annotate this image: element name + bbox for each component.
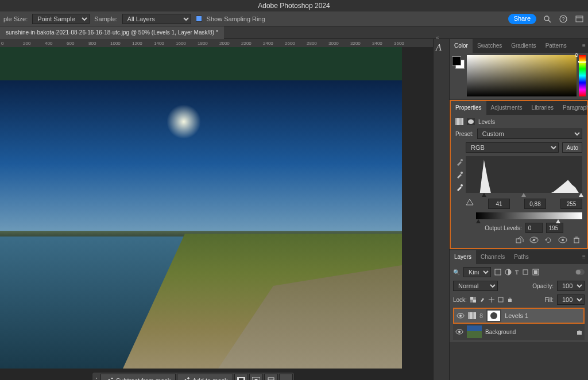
subtract-label: Subtract from mask xyxy=(116,377,171,380)
link-icon[interactable]: 8 xyxy=(479,312,483,319)
output-gradient-slider[interactable] xyxy=(476,212,582,219)
input-black-field[interactable] xyxy=(488,199,510,209)
auto-button[interactable]: Auto xyxy=(562,142,582,153)
svg-rect-38 xyxy=(508,299,512,302)
preset-select[interactable]: Custom xyxy=(477,129,582,139)
fill-select[interactable]: 100% xyxy=(557,294,585,305)
svg-point-33 xyxy=(576,270,581,274)
ruler-tick: 3000 xyxy=(328,41,339,46)
toggle-visibility-icon[interactable] xyxy=(558,236,567,243)
svg-point-0 xyxy=(544,16,549,21)
tab-libraries[interactable]: Libraries xyxy=(527,101,558,115)
foreground-background-swatch[interactable] xyxy=(452,56,465,69)
svg-rect-4 xyxy=(576,16,583,22)
sample-size-select[interactable]: Point Sample xyxy=(32,14,90,24)
layer-mask-thumbnail[interactable] xyxy=(486,309,501,322)
share-button[interactable]: Share xyxy=(508,14,536,24)
lock-position-icon[interactable] xyxy=(489,297,494,303)
lock-transparency-icon[interactable] xyxy=(470,297,476,303)
window-arrange-icon[interactable] xyxy=(574,14,585,24)
black-point-eyedropper-icon[interactable] xyxy=(455,158,463,166)
tab-properties[interactable]: Properties xyxy=(451,101,486,115)
add-to-mask-button[interactable]: Add to mask xyxy=(177,374,233,380)
layer-row-background[interactable]: Background xyxy=(453,324,585,340)
drag-handle-icon[interactable] xyxy=(94,378,99,380)
ruler-tick: 1800 xyxy=(198,41,208,46)
visibility-eye-icon[interactable] xyxy=(457,313,465,319)
right-panels: Color Swatches Gradients Patterns ≡ Prop… xyxy=(449,39,588,380)
lock-icon[interactable] xyxy=(577,328,582,335)
lock-artboard-icon[interactable] xyxy=(498,297,504,303)
input-white-field[interactable] xyxy=(560,199,582,209)
subtract-from-mask-button[interactable]: Subtract from mask xyxy=(100,374,176,380)
clip-warning-icon[interactable] xyxy=(466,199,474,209)
document-tab[interactable]: sunshine-in-bakota-2021-08-26-16-16-18-u… xyxy=(0,26,224,39)
tab-channels[interactable]: Channels xyxy=(476,250,509,264)
more-icon[interactable]: ••• xyxy=(279,374,293,380)
ruler-tick: 200 xyxy=(23,41,30,46)
ruler-tick: 2800 xyxy=(307,41,317,46)
invert-mask-icon[interactable] xyxy=(234,374,248,380)
filter-toggle-icon[interactable] xyxy=(575,269,585,275)
tab-paths[interactable]: Paths xyxy=(509,250,533,264)
filter-smart-icon[interactable] xyxy=(532,269,539,276)
tab-paragraph[interactable]: Paragraph xyxy=(558,101,588,115)
canvas-image[interactable]: Subtract from mask Add to mask ••• xyxy=(0,47,402,369)
layer-thumbnail[interactable] xyxy=(467,325,482,338)
hue-slider[interactable] xyxy=(579,55,586,96)
blend-mode-select[interactable]: Normal xyxy=(453,281,498,291)
svg-line-21 xyxy=(531,238,537,242)
layer-row-levels[interactable]: 8 Levels 1 xyxy=(453,308,585,324)
tab-gradients[interactable]: Gradients xyxy=(506,39,540,53)
trash-icon[interactable] xyxy=(573,236,580,243)
character-panel-icon[interactable]: A xyxy=(436,42,442,53)
clip-to-layer-icon[interactable] xyxy=(516,236,524,243)
channel-select[interactable]: RGB xyxy=(466,142,559,153)
help-icon[interactable]: ? xyxy=(558,14,568,24)
layer-name[interactable]: Levels 1 xyxy=(505,312,528,319)
tab-layers[interactable]: Layers xyxy=(450,250,476,264)
reset-icon[interactable] xyxy=(544,236,552,243)
layer-mask-icon[interactable] xyxy=(467,118,475,125)
svg-rect-24 xyxy=(574,238,579,243)
filter-shape-icon[interactable] xyxy=(522,269,529,276)
show-sampling-ring-checkbox[interactable] xyxy=(196,15,202,22)
search-icon[interactable] xyxy=(542,14,552,24)
color-panel-tabs: Color Swatches Gradients Patterns ≡ xyxy=(450,39,588,53)
tab-color[interactable]: Color xyxy=(450,39,473,53)
ruler-tick: 1400 xyxy=(154,41,164,46)
histogram-chart[interactable] xyxy=(466,156,582,193)
tab-swatches[interactable]: Swatches xyxy=(473,39,506,53)
svg-rect-29 xyxy=(523,270,528,274)
filter-kind-select[interactable]: Kind xyxy=(463,267,491,277)
input-mid-field[interactable] xyxy=(524,199,546,209)
svg-rect-46 xyxy=(577,331,582,335)
output-black-field[interactable] xyxy=(525,223,543,233)
layer-name[interactable]: Background xyxy=(485,329,516,335)
color-field[interactable] xyxy=(467,55,577,96)
show-sampling-ring-label: Show Sampling Ring xyxy=(207,15,265,22)
white-point-eyedropper-icon[interactable] xyxy=(455,184,463,192)
input-levels-slider[interactable] xyxy=(466,193,582,197)
filter-type-icon[interactable]: T xyxy=(515,269,519,276)
opacity-select[interactable]: 100% xyxy=(557,281,585,291)
sample-select[interactable]: All Layers xyxy=(122,14,191,24)
tab-patterns[interactable]: Patterns xyxy=(541,39,571,53)
filter-adjustment-icon[interactable] xyxy=(505,269,512,276)
svg-rect-36 xyxy=(473,300,476,303)
properties-panel-highlighted: Properties Adjustments Libraries Paragra… xyxy=(450,100,588,249)
mask-options-icon[interactable] xyxy=(249,374,263,380)
gray-point-eyedropper-icon[interactable] xyxy=(455,171,463,179)
panel-menu-icon[interactable]: ≡ xyxy=(578,250,588,264)
visibility-eye-icon[interactable] xyxy=(455,329,463,335)
view-previous-state-icon[interactable] xyxy=(529,236,539,243)
tab-adjustments[interactable]: Adjustments xyxy=(486,101,527,115)
svg-text:?: ? xyxy=(562,16,564,22)
panel-menu-icon[interactable]: ≡ xyxy=(578,39,588,53)
taskbar-settings-icon[interactable] xyxy=(264,374,278,380)
output-white-field[interactable] xyxy=(546,223,563,233)
lock-pixels-icon[interactable] xyxy=(479,297,485,303)
lock-all-icon[interactable] xyxy=(507,297,513,303)
filter-pixel-icon[interactable] xyxy=(494,269,501,276)
ruler-tick: 2000 xyxy=(219,41,230,46)
